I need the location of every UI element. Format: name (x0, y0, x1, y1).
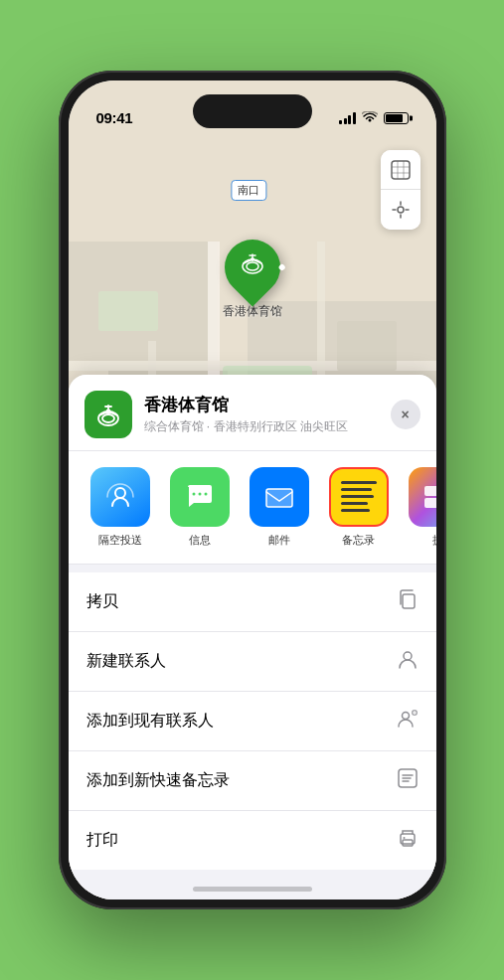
battery-icon (384, 112, 409, 124)
add-existing-icon (397, 708, 419, 735)
battery-fill (386, 114, 404, 122)
more-icon (409, 467, 436, 527)
notes-label: 备忘录 (342, 533, 375, 548)
svg-point-27 (115, 488, 125, 498)
mail-label: 邮件 (268, 533, 290, 548)
location-subtitle: 综合体育馆 · 香港特别行政区 油尖旺区 (144, 418, 379, 435)
map-label: 南口 (231, 180, 266, 201)
notes-icon (329, 467, 389, 527)
svg-point-42 (403, 837, 405, 839)
action-print[interactable]: 打印 (69, 811, 436, 870)
dynamic-island (193, 94, 312, 128)
signal-bar-2 (344, 118, 347, 124)
location-name: 香港体育馆 (144, 394, 379, 416)
svg-rect-31 (266, 489, 292, 507)
svg-rect-34 (424, 498, 436, 508)
new-contact-label: 新建联系人 (86, 651, 166, 672)
print-label: 打印 (86, 830, 118, 851)
bottom-sheet: 香港体育馆 综合体育馆 · 香港特别行政区 油尖旺区 × (69, 375, 436, 899)
action-copy[interactable]: 拷贝 (69, 572, 436, 632)
signal-bar-1 (339, 120, 342, 124)
messages-icon (170, 467, 230, 527)
share-item-more[interactable]: 提 (403, 467, 436, 548)
location-info: 香港体育馆 综合体育馆 · 香港特别行政区 油尖旺区 (144, 394, 379, 435)
svg-point-22 (247, 262, 258, 270)
action-add-existing[interactable]: 添加到现有联系人 (69, 692, 436, 751)
share-item-airdrop[interactable]: 隔空投送 (84, 467, 156, 548)
copy-icon (397, 588, 419, 615)
signal-bars-icon (339, 112, 356, 124)
print-icon (397, 827, 419, 854)
share-item-mail[interactable]: 邮件 (244, 467, 315, 548)
signal-bar-4 (353, 112, 356, 124)
close-button[interactable]: × (391, 400, 420, 429)
stadium-marker[interactable]: 香港体育馆 (223, 240, 282, 320)
add-existing-label: 添加到现有联系人 (86, 711, 214, 732)
map-type-button[interactable] (381, 150, 420, 190)
share-item-messages[interactable]: 信息 (164, 467, 236, 548)
location-icon (84, 391, 132, 438)
svg-point-20 (398, 207, 404, 213)
marker-pin (213, 228, 291, 306)
svg-rect-35 (403, 594, 415, 608)
add-note-label: 添加到新快速备忘录 (86, 770, 230, 791)
share-row: 隔空投送 信息 (69, 451, 436, 565)
svg-rect-19 (392, 161, 410, 179)
action-add-note[interactable]: 添加到新快速备忘录 (69, 751, 436, 811)
mail-icon (250, 467, 309, 527)
signal-bar-3 (348, 115, 351, 124)
svg-point-25 (102, 414, 114, 422)
svg-rect-11 (98, 291, 158, 331)
marker-pin-inner (239, 250, 266, 284)
status-time: 09:41 (96, 109, 133, 126)
svg-point-30 (204, 493, 207, 496)
action-new-contact[interactable]: 新建联系人 (69, 632, 436, 692)
messages-label: 信息 (189, 533, 211, 548)
add-note-icon (397, 767, 419, 794)
svg-point-36 (404, 652, 412, 660)
svg-point-29 (198, 493, 201, 496)
airdrop-label: 隔空投送 (98, 533, 142, 548)
map-label-text: 南口 (238, 184, 259, 196)
svg-point-37 (402, 713, 409, 720)
home-indicator (193, 887, 312, 892)
wifi-icon (362, 110, 378, 126)
map-controls (381, 150, 420, 230)
status-icons (339, 110, 409, 126)
svg-rect-16 (337, 321, 397, 371)
share-items-container: 隔空投送 信息 (84, 467, 436, 548)
more-label: 提 (432, 533, 436, 548)
svg-rect-33 (424, 486, 436, 496)
location-button[interactable] (381, 190, 420, 230)
new-contact-icon (397, 648, 419, 675)
location-header: 香港体育馆 综合体育馆 · 香港特别行政区 油尖旺区 × (69, 375, 436, 451)
phone-screen: 09:41 (69, 81, 436, 899)
action-list: 拷贝 新建联系人 (69, 572, 436, 870)
phone-frame: 09:41 (59, 71, 446, 909)
airdrop-icon (90, 467, 150, 527)
copy-label: 拷贝 (86, 591, 118, 612)
share-item-notes[interactable]: 备忘录 (323, 467, 395, 548)
svg-point-28 (192, 493, 195, 496)
svg-rect-41 (403, 840, 413, 846)
